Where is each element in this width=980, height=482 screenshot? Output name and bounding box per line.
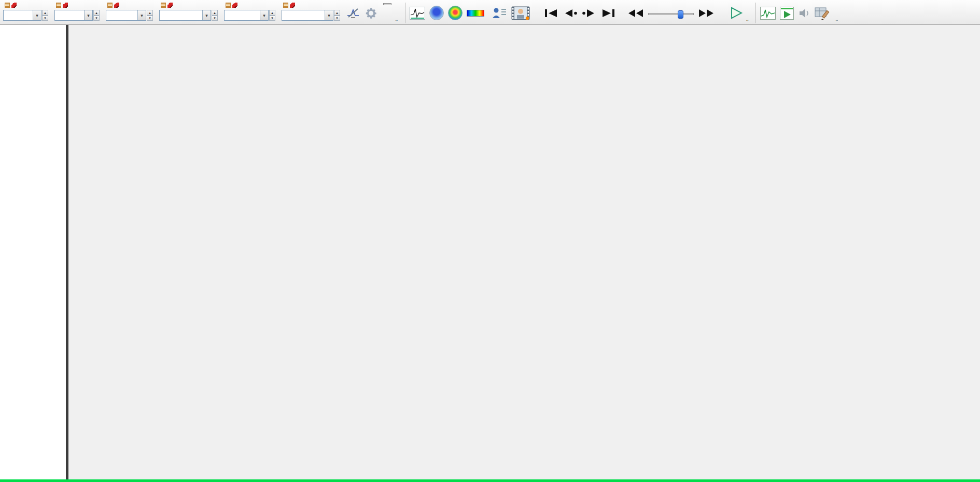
notch-filter-icon[interactable] <box>346 8 360 18</box>
speaker-icon[interactable] <box>798 8 810 19</box>
trace-display-icon[interactable] <box>760 7 776 20</box>
time-constant-spinner[interactable]: ▴▾ <box>93 10 100 21</box>
edit-pencil-icon[interactable] <box>63 3 68 8</box>
trace-area[interactable] <box>68 25 980 482</box>
skip-to-start-button[interactable] <box>542 6 561 20</box>
pattern-spinner[interactable]: ▴▾ <box>212 10 218 21</box>
spin-down-icon[interactable]: ▾ <box>212 16 218 21</box>
edit-pencil-icon[interactable] <box>232 3 237 8</box>
display-length-spinner[interactable]: ▴▾ <box>269 10 275 21</box>
edit-pencil-icon[interactable] <box>11 3 17 8</box>
report-edit-icon[interactable] <box>815 6 831 20</box>
notch-frequency-badge <box>351 17 355 18</box>
sensitivity-combobox[interactable]: ▾ <box>3 10 41 21</box>
video-montage-icon[interactable] <box>511 6 530 20</box>
channel-list <box>0 25 66 482</box>
chevron-down-icon[interactable]: ▾ <box>137 10 146 20</box>
start-review-icon[interactable] <box>780 7 794 20</box>
favorite-control: ▾ ▴▾ <box>282 2 340 21</box>
chevron-down-icon[interactable]: ▾ <box>33 10 41 20</box>
high-filter-control: ▾ ▴▾ <box>106 2 153 21</box>
spin-down-icon[interactable]: ▾ <box>93 16 100 21</box>
favorite-combobox[interactable]: ▾ <box>282 10 333 21</box>
grid-icon[interactable] <box>5 3 10 8</box>
spin-up-icon[interactable]: ▴ <box>42 10 48 16</box>
time-display <box>383 3 391 5</box>
fast-forward-button[interactable] <box>697 6 716 20</box>
settings-gear-icon[interactable] <box>364 6 378 20</box>
high-filter-spinner[interactable]: ▴▾ <box>147 10 153 21</box>
colorbar-scale-icon[interactable] <box>467 10 484 17</box>
pattern-combobox[interactable]: ▾ <box>159 10 211 21</box>
chevron-down-icon[interactable]: ▾ <box>260 10 268 20</box>
brain-topography-icon[interactable] <box>429 6 444 20</box>
fast-rewind-button[interactable] <box>626 6 645 20</box>
edit-pencil-icon[interactable] <box>114 3 119 8</box>
play-button[interactable] <box>727 6 746 20</box>
speed-slider[interactable] <box>648 13 694 15</box>
pattern-control: ▾ ▴▾ <box>159 2 218 21</box>
chevron-down-icon[interactable]: ▾ <box>202 10 211 20</box>
sensitivity-control: ▾ ▴▾ <box>3 2 48 21</box>
chevron-down-icon[interactable]: ⌄ <box>746 17 750 22</box>
display-length-control: ▾ ▴▾ <box>224 2 275 21</box>
high-filter-value <box>106 10 137 20</box>
spin-down-icon[interactable]: ▾ <box>147 16 153 21</box>
toolbar-separator <box>405 3 405 23</box>
spin-up-icon[interactable]: ▴ <box>269 10 275 16</box>
grid-icon[interactable] <box>226 3 231 8</box>
edit-pencil-icon[interactable] <box>167 3 173 8</box>
eeg-review-window: ▾ ▴▾ ▾ ▴▾ <box>0 0 980 482</box>
eeg-display-area <box>0 25 980 482</box>
datetime-display <box>383 2 391 5</box>
speed-slider-group <box>648 11 694 15</box>
spin-down-icon[interactable]: ▾ <box>334 16 340 21</box>
speed-slider-handle[interactable] <box>678 10 683 19</box>
grid-icon[interactable] <box>161 3 166 8</box>
sensitivity-spinner[interactable]: ▴▾ <box>42 10 48 21</box>
spin-down-icon[interactable]: ▾ <box>42 16 48 21</box>
step-back-button[interactable] <box>561 6 580 20</box>
chevron-down-icon[interactable]: ⌄ <box>835 17 839 22</box>
status-strip <box>0 479 980 482</box>
sensitivity-value <box>4 10 33 20</box>
favorite-value <box>282 10 325 20</box>
display-length-value <box>225 10 260 20</box>
display-length-combobox[interactable]: ▾ <box>224 10 269 21</box>
favorite-spinner[interactable]: ▴▾ <box>334 10 340 21</box>
event-waveform-icon[interactable] <box>410 7 425 20</box>
toolbar: ▾ ▴▾ ▾ ▴▾ <box>0 0 980 25</box>
spin-up-icon[interactable]: ▴ <box>147 10 153 16</box>
chevron-down-icon[interactable]: ▾ <box>325 10 333 20</box>
spin-down-icon[interactable]: ▾ <box>269 16 275 21</box>
brain-colormap-icon[interactable] <box>448 6 463 20</box>
chevron-down-icon[interactable]: ▾ <box>84 10 92 20</box>
grid-icon[interactable] <box>56 3 61 8</box>
step-forward-button[interactable] <box>580 6 598 20</box>
spin-up-icon[interactable]: ▴ <box>93 10 100 16</box>
spin-up-icon[interactable]: ▴ <box>212 10 218 16</box>
spin-up-icon[interactable]: ▴ <box>334 10 340 16</box>
edit-pencil-icon[interactable] <box>290 3 295 8</box>
chevron-down-icon[interactable]: ⌄ <box>395 17 399 22</box>
pattern-value <box>160 10 202 20</box>
patient-info-icon[interactable] <box>492 6 507 20</box>
high-filter-combobox[interactable]: ▾ <box>106 10 146 21</box>
grid-icon[interactable] <box>107 3 113 8</box>
time-constant-combobox[interactable]: ▾ <box>54 10 93 21</box>
grid-icon[interactable] <box>283 3 288 8</box>
time-constant-control: ▾ ▴▾ <box>54 2 100 21</box>
eeg-trace-canvas[interactable] <box>68 25 980 482</box>
toolbar-separator <box>755 3 756 23</box>
time-constant-value <box>55 10 84 20</box>
skip-to-end-button[interactable] <box>598 6 617 20</box>
